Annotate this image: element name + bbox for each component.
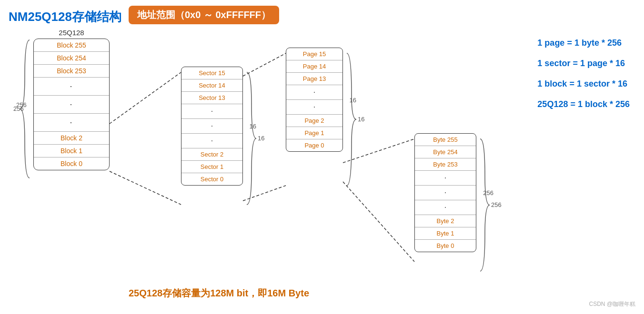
- svg-text:256: 256: [491, 201, 502, 208]
- sector-dots: ·: [181, 119, 242, 134]
- byte-column: Byte 255 Byte 254 Byte 253 · · · Byte 2 …: [414, 133, 476, 252]
- sector-row: Sector 0: [181, 173, 242, 185]
- formulas-panel: 1 page = 1 byte * 256 1 sector = 1 page …: [537, 38, 630, 120]
- address-badge: 地址范围（0x0 ～ 0xFFFFFF）: [129, 6, 279, 24]
- block-col-label: 25Q128: [33, 29, 110, 37]
- watermark: CSDN @咖喱年糕: [589, 300, 635, 308]
- svg-line-5: [243, 186, 286, 201]
- page-row: Page 14: [286, 60, 342, 73]
- byte-row: Byte 1: [415, 227, 476, 240]
- page-row: Page 1: [286, 127, 342, 139]
- block-row: Block 254: [34, 52, 109, 65]
- page-dots: ·: [286, 100, 342, 115]
- page-column: Page 15 Page 14 Page 13 · · Page 2 Page …: [286, 48, 343, 152]
- sector-box: Sector 15 Sector 14 Sector 13 · · · Sect…: [181, 67, 243, 186]
- block-row: Block 255: [34, 39, 109, 52]
- sector-row: Sector 1: [181, 161, 242, 173]
- byte-dots: ·: [415, 171, 476, 186]
- page-bracket-label: 16: [350, 96, 356, 103]
- byte-bracket-label: 256: [483, 189, 493, 196]
- byte-row: Byte 253: [415, 158, 476, 171]
- sector-row: Sector 15: [181, 67, 242, 79]
- block-row: Block 2: [34, 132, 109, 145]
- byte-box: Byte 255 Byte 254 Byte 253 · · · Byte 2 …: [414, 133, 476, 252]
- svg-text:16: 16: [258, 135, 264, 142]
- sector-row: Sector 13: [181, 92, 242, 104]
- byte-row: Byte 254: [415, 146, 476, 158]
- formula-3: 1 block = 1 sector * 16: [537, 79, 630, 89]
- block-dots: ·: [34, 114, 109, 132]
- main-title: NM25Q128存储结构: [9, 9, 121, 25]
- formula-1: 1 page = 1 byte * 256: [537, 38, 630, 48]
- formula-2: 1 sector = 1 page * 16: [537, 59, 630, 69]
- block-box: Block 255 Block 254 Block 253 · · · Bloc…: [33, 39, 110, 170]
- sector-row: Sector 14: [181, 79, 242, 92]
- svg-line-3: [110, 72, 181, 124]
- block-bracket-label: 256: [16, 101, 27, 108]
- page-dots: ·: [286, 85, 342, 100]
- page-row: Page 13: [286, 73, 342, 85]
- sector-dots: ·: [181, 104, 242, 119]
- sector-dots: ·: [181, 134, 242, 148]
- svg-text:16: 16: [358, 116, 364, 123]
- page-row: Page 2: [286, 115, 342, 127]
- byte-row: Byte 255: [415, 134, 476, 146]
- sector-column: Sector 15 Sector 14 Sector 13 · · · Sect…: [181, 67, 243, 186]
- byte-row: Byte 2: [415, 215, 476, 227]
- block-row: Block 1: [34, 145, 109, 157]
- svg-line-8: [343, 182, 414, 262]
- block-row: Block 0: [34, 157, 109, 170]
- block-dots: ·: [34, 96, 109, 114]
- page-row: Page 15: [286, 48, 342, 60]
- block-row: Block 253: [34, 65, 109, 78]
- byte-dots: ·: [415, 200, 476, 215]
- sector-bracket-label: 16: [250, 123, 256, 130]
- page-row: Page 0: [286, 139, 342, 151]
- block-column: 25Q128 Block 255 Block 254 Block 253 · ·…: [33, 29, 110, 170]
- formula-4: 25Q128 = 1 block * 256: [537, 99, 630, 109]
- byte-dots: ·: [415, 186, 476, 200]
- page-box: Page 15 Page 14 Page 13 · · Page 2 Page …: [286, 48, 343, 152]
- svg-line-2: [110, 171, 181, 205]
- bottom-description: 25Q128存储容量为128M bit，即16M Byte: [129, 287, 309, 300]
- byte-row: Byte 0: [415, 240, 476, 252]
- sector-row: Sector 2: [181, 148, 242, 161]
- svg-line-9: [343, 139, 414, 163]
- svg-line-6: [243, 53, 286, 76]
- block-dots: ·: [34, 78, 109, 96]
